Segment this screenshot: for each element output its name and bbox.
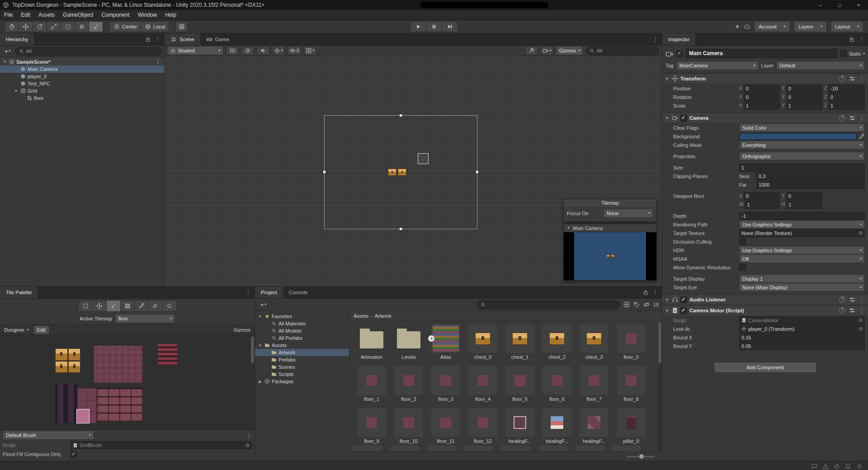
asset-item-pillar-0-23[interactable]: pillar_0 [613, 408, 650, 450]
help-icon[interactable]: ? [839, 75, 845, 82]
kebab-menu-icon[interactable]: ⋮ [859, 296, 864, 303]
presets-icon[interactable] [849, 115, 855, 121]
color-picker-icon[interactable] [859, 133, 865, 140]
scene-search-input[interactable]: All [586, 47, 659, 55]
scene-audio-button[interactable] [257, 46, 269, 55]
asset-item-floor-8-15[interactable]: floor_8 [613, 366, 650, 408]
tree-folder-scenes[interactable]: Scenes [255, 363, 349, 371]
grid-visibility-dropdown[interactable]: ▾ [304, 46, 316, 55]
chest-tile[interactable] [55, 361, 68, 373]
lock-icon[interactable] [849, 36, 855, 42]
tree-folder-artwork[interactable]: Artwork [255, 349, 349, 356]
foldout-icon[interactable]: ▼ [14, 89, 19, 93]
object-field-look-at[interactable]: player_0 (Transform) [739, 325, 865, 333]
palette-tiles-pillars[interactable] [55, 384, 77, 423]
space-local-button[interactable]: Local [141, 21, 169, 32]
tree-packages[interactable]: ▶Packages [255, 378, 349, 385]
flood-fill-checkbox[interactable] [71, 451, 77, 458]
tree-all-models[interactable]: All Models [255, 327, 349, 334]
component-enabled-checkbox[interactable] [680, 296, 687, 303]
asset-item-floor-6-13[interactable]: floor_6 [538, 366, 576, 408]
static-toggle[interactable]: Static ▾ [840, 50, 865, 57]
breadcrumb-current[interactable]: Artwork [375, 313, 392, 319]
checkbox-allow-dynamic-resolution[interactable] [739, 264, 746, 271]
asset-item-healingf-21[interactable]: healingF... [538, 408, 576, 450]
asset-item-floor-7-14[interactable]: floor_7 [576, 366, 613, 408]
scene-effects-dropdown[interactable]: ▾ [272, 46, 285, 55]
camera-preview-header[interactable]: ▼ Main Camera [564, 224, 656, 232]
asset-item-atlas-2[interactable]: ◂Atlas [427, 324, 464, 366]
vector-field[interactable]: 0 [786, 93, 822, 101]
tree-folder-scripts[interactable]: Scripts [255, 371, 349, 378]
layer-dropdown[interactable]: Default ▾ [776, 61, 865, 70]
asset-item-floor-9-16[interactable]: floor_9 [353, 408, 390, 450]
grid-snap-button[interactable] [175, 21, 188, 32]
tile-move-tool-button[interactable] [93, 300, 107, 312]
hand-tool-button[interactable] [5, 21, 19, 32]
component-header-camera[interactable]: ▼Camera?⋮ [662, 113, 868, 123]
layout-dropdown[interactable]: Layout▾ [830, 21, 863, 32]
bounds-handle[interactable] [476, 171, 478, 173]
foldout-icon[interactable]: ▼ [665, 309, 670, 313]
menu-component[interactable]: Component [97, 10, 133, 20]
step-button[interactable] [442, 21, 458, 32]
chest-tile[interactable] [68, 361, 81, 373]
vector-field[interactable]: 1 [786, 102, 822, 110]
dropdown-target-eye[interactable]: None (Main Display)▾ [739, 283, 865, 291]
focus-on-dropdown[interactable]: None ▾ [604, 209, 653, 218]
dropdown-rendering-path[interactable]: Use Graphics Settings▾ [739, 220, 865, 229]
active-checkbox[interactable] [676, 50, 683, 57]
tab-console[interactable]: Console [283, 287, 314, 298]
scale-tool-button[interactable] [47, 21, 61, 32]
menu-gameobject[interactable]: GameObject [59, 10, 97, 20]
transformtool-tool-button[interactable] [75, 21, 89, 32]
palette-selected-tile[interactable] [76, 409, 90, 423]
asset-item-chest-0-3[interactable]: chest_0 [464, 324, 501, 366]
notifications-icon[interactable] [845, 463, 851, 470]
component-header-transform[interactable]: ▼Transform?⋮ [662, 73, 868, 84]
gameobject-name-field[interactable]: Main Camera [686, 49, 837, 58]
object-field-script[interactable]: #CameraMotor [739, 316, 865, 324]
search-by-label-icon[interactable] [633, 301, 640, 308]
kebab-menu-icon[interactable]: ⋮ [859, 307, 864, 314]
presets-icon[interactable] [849, 75, 855, 82]
chest-sprite[interactable] [388, 169, 396, 176]
hierarchy-item-grid[interactable]: ▼Grid [0, 87, 164, 94]
palette-scrollbar[interactable] [251, 336, 254, 363]
hierarchy-item-player-0[interactable]: player_0 [0, 73, 164, 80]
tree-folder-prefabs[interactable]: Prefabs [255, 356, 349, 363]
component-header-audio-listener[interactable]: ▼Audio Listener?⋮ [662, 294, 868, 305]
foldout-icon[interactable]: ▼ [258, 343, 263, 348]
object-picker-icon[interactable] [858, 326, 863, 331]
project-search-input[interactable] [477, 301, 620, 309]
asset-item-floor-3-10[interactable]: floor_3 [427, 366, 464, 408]
scene-lighting-button[interactable] [241, 46, 254, 55]
foldout-icon[interactable]: ▼ [2, 60, 7, 64]
tile-eraser-tool-button[interactable] [149, 300, 163, 312]
search-by-type-icon[interactable] [623, 301, 630, 308]
play-button[interactable] [410, 21, 426, 32]
hierarchy-item-main-camera[interactable]: Main Camera [0, 66, 164, 73]
palette-tiles-floor[interactable] [94, 346, 142, 383]
close-button[interactable]: × [849, 0, 868, 10]
add-component-button[interactable]: Add Component [714, 362, 817, 373]
field-depth[interactable]: -1 [739, 212, 865, 220]
field-near[interactable]: 0.3 [756, 172, 865, 180]
asset-item-floor-11-18[interactable]: floor_11 [427, 408, 464, 450]
tag-dropdown[interactable]: MainCamera ▾ [676, 61, 759, 70]
field-far[interactable]: 1000 [756, 181, 865, 189]
kebab-menu-icon[interactable]: ⋮ [859, 115, 864, 121]
asset-item-floor-2-9[interactable]: floor_2 [390, 366, 427, 408]
asset-item-healingf-20[interactable]: healingF... [501, 408, 538, 450]
bounds-handle[interactable] [400, 228, 402, 230]
vector-field[interactable]: 1 [828, 102, 865, 110]
presets-icon[interactable] [849, 296, 855, 303]
foldout-icon[interactable]: ▼ [566, 226, 571, 230]
palette-dropdown[interactable]: Dungeon ▾ [4, 327, 29, 333]
palette-gizmos-label[interactable]: Gizmos [234, 327, 250, 333]
hierarchy-search-input[interactable]: All [15, 47, 162, 56]
tile-box-tool-button[interactable] [121, 300, 135, 312]
vector-field[interactable]: 0 [744, 85, 780, 93]
asset-item-chest-1-4[interactable]: chest_1 [501, 324, 538, 366]
menu-assets[interactable]: Assets [34, 10, 59, 20]
